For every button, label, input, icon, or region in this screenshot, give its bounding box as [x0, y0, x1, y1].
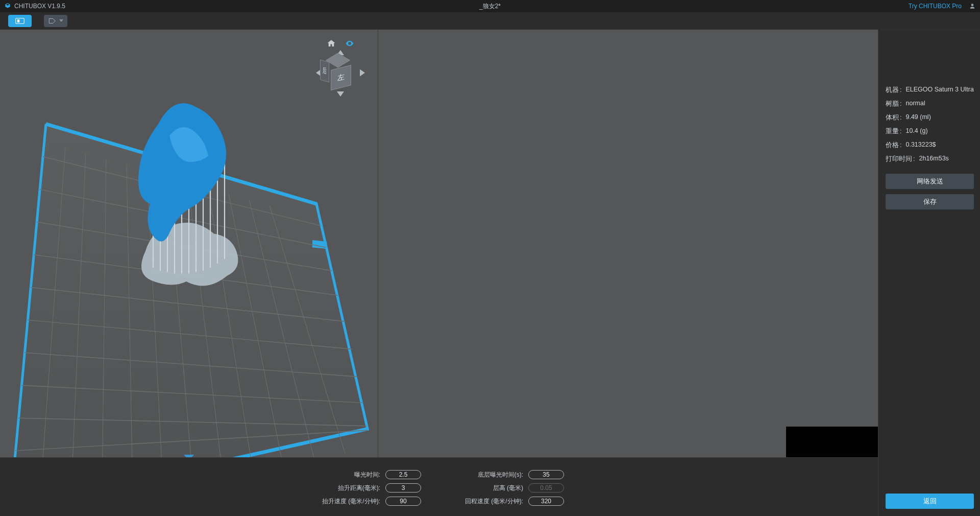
- cube-face-front[interactable]: 左: [331, 65, 351, 90]
- info-weight: 重量 10.4 (g): [886, 127, 974, 136]
- app-icon: [4, 3, 11, 10]
- save-button[interactable]: 保存: [886, 194, 974, 209]
- exposure-time-input[interactable]: 2.5: [385, 470, 421, 479]
- svg-rect-1: [17, 19, 20, 22]
- settings-panel: 曝光时间: 2.5 底层曝光时间(s): 35 抬升距离(毫米): 3 层高 (…: [0, 457, 878, 516]
- info-machine: 机器 ELEGOO Saturn 3 Ultra: [886, 86, 974, 95]
- info-price: 价格 0.313223$: [886, 141, 974, 150]
- info-value: 9.49 (ml): [905, 113, 930, 122]
- app-name: CHITUBOX V1.9.5: [14, 3, 65, 10]
- retract-speed-input[interactable]: 320: [528, 497, 564, 506]
- back-button[interactable]: 返回: [886, 494, 974, 509]
- info-volume: 体积 9.49 (ml): [886, 113, 974, 122]
- svg-rect-0: [16, 18, 24, 24]
- home-icon[interactable]: [327, 39, 336, 48]
- eye-icon[interactable]: [345, 39, 354, 48]
- info-label: 体积: [886, 113, 901, 122]
- info-value: ELEGOO Saturn 3 Ultra: [905, 86, 973, 95]
- layer-height-input: 0.05: [528, 483, 564, 492]
- info-value: 0.313223$: [905, 141, 936, 150]
- mode-prepare-button[interactable]: [8, 15, 32, 27]
- view-cube[interactable]: 后 左: [329, 62, 352, 85]
- mode-toolbar: [0, 12, 980, 30]
- bottom-exposure-input[interactable]: 35: [528, 470, 564, 479]
- info-label: 价格: [886, 141, 901, 150]
- arrow-right-icon[interactable]: [360, 69, 365, 78]
- lift-distance-label: 抬升距离(毫米):: [314, 484, 385, 492]
- info-print-time: 打印时间 2h16m53s: [886, 155, 974, 163]
- info-label: 打印时间: [886, 155, 915, 163]
- info-value: 2h16m53s: [919, 155, 948, 163]
- layer-height-label: 层高 (毫米): [452, 484, 528, 492]
- title-bar: CHITUBOX V1.9.5 _狼女2* Try CHITUBOX Pro: [0, 0, 980, 12]
- network-send-button[interactable]: 网络发送: [886, 174, 974, 189]
- try-pro-link[interactable]: Try CHITUBOX Pro: [909, 3, 962, 10]
- retract-speed-label: 回程速度 (毫米/分钟):: [452, 497, 528, 506]
- info-resin: 树脂 normal: [886, 100, 974, 108]
- chevron-down-icon: [59, 19, 63, 22]
- user-icon[interactable]: [969, 3, 976, 10]
- arrow-down-icon[interactable]: [337, 90, 344, 98]
- main-area: 后 左 985: [0, 30, 980, 516]
- lift-distance-input[interactable]: 3: [385, 483, 421, 492]
- exposure-time-label: 曝光时间:: [314, 471, 385, 479]
- document-title: _狼女2*: [479, 2, 501, 11]
- info-value: 10.4 (g): [905, 127, 927, 136]
- info-value: normal: [905, 100, 925, 108]
- info-label: 重量: [886, 127, 901, 136]
- lift-speed-label: 抬升速度 (毫米/分钟):: [314, 497, 385, 506]
- info-label: 机器: [886, 86, 901, 95]
- cube-face-side[interactable]: 后: [320, 59, 329, 82]
- bottom-exposure-label: 底层曝光时间(s):: [452, 471, 528, 479]
- orientation-gizmo[interactable]: 后 左: [312, 39, 369, 110]
- info-label: 树脂: [886, 100, 901, 108]
- viewport-3d[interactable]: 后 左: [0, 30, 378, 516]
- info-sidebar: 机器 ELEGOO Saturn 3 Ultra 树脂 normal 体积 9.…: [878, 30, 980, 516]
- mode-slice-button[interactable]: [44, 15, 67, 27]
- lift-speed-input[interactable]: 90: [385, 497, 421, 506]
